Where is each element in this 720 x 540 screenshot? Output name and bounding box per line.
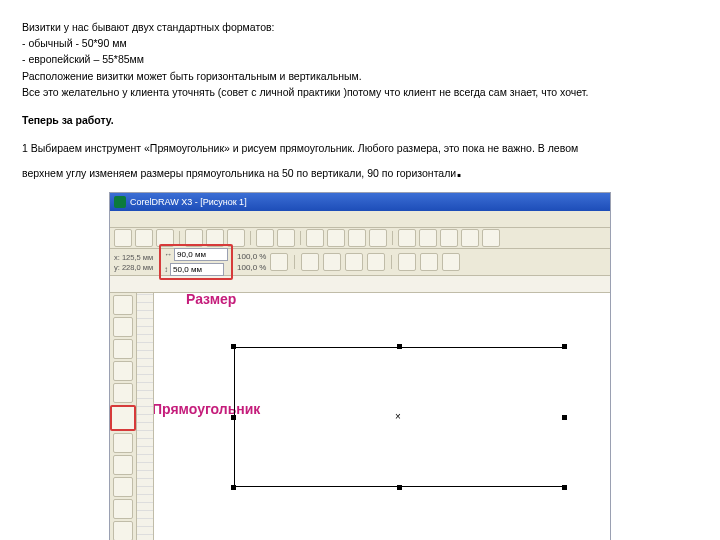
zoom-tool[interactable] <box>113 361 133 381</box>
property-bar: x: 125,5 мм y: 228,0 мм ↔ ↕ 100,0 % 100 <box>110 249 610 276</box>
prop-button[interactable] <box>367 253 385 271</box>
coreldraw-window: CorelDRAW X3 - [Рисунок 1] <box>109 192 611 540</box>
intro-line-1: Визитки у нас бывают двух стандартных фо… <box>22 20 698 34</box>
toolbar-button[interactable] <box>419 229 437 247</box>
toolbar-button[interactable] <box>440 229 458 247</box>
lock-ratio-button[interactable] <box>270 253 288 271</box>
drawn-rectangle[interactable]: × <box>234 347 564 487</box>
prop-button[interactable] <box>442 253 460 271</box>
toolbar-button[interactable] <box>114 229 132 247</box>
eyedropper-tool[interactable] <box>113 521 133 540</box>
menubar <box>110 211 610 228</box>
step-1-line-b: верхнем углу изменяем размеры прямоуголь… <box>22 157 698 184</box>
toolbar-button[interactable] <box>398 229 416 247</box>
object-size-highlight: ↔ ↕ <box>159 244 233 280</box>
prop-button[interactable] <box>301 253 319 271</box>
scale-percent: 100,0 % 100,0 % <box>237 252 266 272</box>
toolbar-button[interactable] <box>482 229 500 247</box>
width-field[interactable] <box>174 248 228 261</box>
prop-button[interactable] <box>345 253 363 271</box>
ellipse-tool[interactable] <box>113 433 133 453</box>
height-icon: ↕ <box>164 265 168 274</box>
toolbar-button[interactable] <box>327 229 345 247</box>
work-heading: Теперь за работу. <box>22 113 698 127</box>
crop-tool[interactable] <box>113 339 133 359</box>
toolbar-button[interactable] <box>306 229 324 247</box>
interactive-tool[interactable] <box>113 499 133 519</box>
toolbar-button[interactable] <box>277 229 295 247</box>
height-field[interactable] <box>170 263 224 276</box>
shape-tool[interactable] <box>113 317 133 337</box>
toolbar-button[interactable] <box>369 229 387 247</box>
toolbar-button[interactable] <box>256 229 274 247</box>
polygon-tool[interactable] <box>113 455 133 475</box>
prop-button[interactable] <box>398 253 416 271</box>
freehand-tool[interactable] <box>113 383 133 403</box>
width-icon: ↔ <box>164 250 172 259</box>
prop-button[interactable] <box>420 253 438 271</box>
app-icon <box>114 196 126 208</box>
intro-line-5: Все это желательно у клиента уточнять (с… <box>22 85 698 99</box>
screenshot-figure: CorelDRAW X3 - [Рисунок 1] <box>22 192 698 540</box>
intro-line-4: Расположение визитки может быть горизонт… <box>22 69 698 83</box>
text-tool[interactable] <box>113 477 133 497</box>
titlebar: CorelDRAW X3 - [Рисунок 1] <box>110 193 610 211</box>
window-title: CorelDRAW X3 - [Рисунок 1] <box>130 197 247 207</box>
pick-tool[interactable] <box>113 295 133 315</box>
step-1-line-a: 1 Выбираем инструмент «Прямоугольник» и … <box>22 141 698 155</box>
toolbar-button[interactable] <box>348 229 366 247</box>
intro-line-3: - европейский – 55*85мм <box>22 52 698 66</box>
menu-item[interactable] <box>116 214 118 224</box>
canvas[interactable]: → Размер Прямоугольник × <box>154 293 610 540</box>
rectangle-tool-highlight[interactable] <box>110 405 136 431</box>
object-position: x: 125,5 мм y: 228,0 мм <box>114 253 153 272</box>
size-annotation: Размер <box>186 293 236 307</box>
vertical-ruler <box>137 293 154 540</box>
toolbar-button[interactable] <box>135 229 153 247</box>
intro-line-2: - обычный - 50*90 мм <box>22 36 698 50</box>
toolbox <box>110 293 137 540</box>
prop-button[interactable] <box>323 253 341 271</box>
toolbar-button[interactable] <box>461 229 479 247</box>
